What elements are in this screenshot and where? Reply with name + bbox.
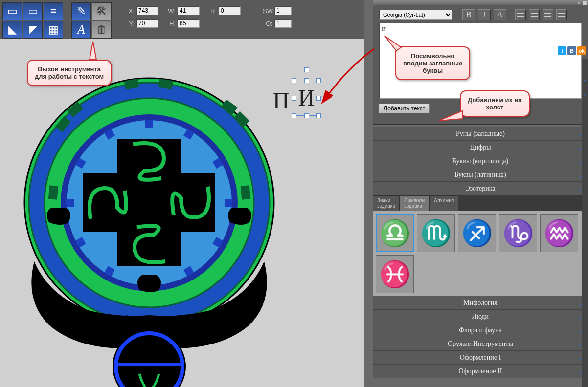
- callout-tool-pointer: [87, 39, 102, 61]
- cat-decor1[interactable]: Оформление I⌄: [373, 351, 588, 365]
- trash-icon: 🗑: [96, 23, 107, 36]
- ok-icon[interactable]: ok: [577, 46, 586, 55]
- svg-rect-10: [48, 185, 58, 199]
- tool-flip-h[interactable]: ◣: [2, 21, 22, 39]
- o-input[interactable]: [274, 19, 292, 28]
- canvas-text-i[interactable]: И: [294, 81, 318, 115]
- callout-add-pointer: [438, 110, 465, 125]
- right-scrollbar[interactable]: ⌄ ⌄: [582, 59, 588, 387]
- rect-icon: ▭: [28, 5, 38, 18]
- wrench-icon: 🛠: [96, 5, 107, 18]
- alignv-icon: ≡: [50, 5, 56, 18]
- align-center-button[interactable]: [529, 9, 540, 20]
- cat-people[interactable]: Люди⌄: [373, 310, 588, 323]
- emblem-artwork: [20, 51, 294, 387]
- o-label: O:: [263, 20, 272, 27]
- cat-esoteric[interactable]: Эзотерика⌄: [373, 182, 588, 195]
- cat-cyrillic[interactable]: Буквы (кириллица)⌄: [373, 154, 588, 168]
- symbol-capricorn[interactable]: ♑: [499, 214, 537, 252]
- tool-group-1: ▭ ▭ ≡ ◣ ◤ ▦: [2, 2, 63, 39]
- canvas-text-selection[interactable]: И: [294, 81, 318, 116]
- tool-colors[interactable]: ▦: [44, 21, 63, 39]
- y-label: Y:: [125, 20, 135, 27]
- symbol-pisces[interactable]: ♓: [376, 255, 414, 293]
- text-icon: A: [77, 22, 85, 37]
- tool-settings[interactable]: 🛠: [92, 2, 112, 20]
- r-label: R:: [207, 7, 217, 15]
- subtab-zodiac-signs[interactable]: Знаки зодиака: [373, 195, 400, 211]
- svg-rect-11: [241, 185, 250, 199]
- wand-icon: ✎: [77, 5, 86, 18]
- panel-min-icon[interactable]: ▫: [578, 0, 580, 6]
- svg-rect-14: [66, 199, 74, 207]
- vk-icon[interactable]: B: [567, 46, 576, 55]
- bold-button[interactable]: B: [462, 9, 475, 20]
- red-arrow: [320, 46, 379, 105]
- align-left-button[interactable]: [515, 9, 526, 20]
- x-input[interactable]: [136, 6, 158, 15]
- r-input[interactable]: [219, 6, 241, 15]
- italic-button[interactable]: I: [478, 9, 491, 20]
- callout-input: Посимвольно вводим заглавные буквы: [395, 46, 470, 80]
- social-bar: t B ok: [558, 46, 586, 55]
- panel-close-icon[interactable]: ⊠: [583, 0, 587, 6]
- symbol-grid: ♎ ♏ ♐ ♑ ♒ ♓: [373, 211, 588, 296]
- svg-rect-20: [225, 199, 232, 207]
- tool-text[interactable]: A: [71, 21, 91, 39]
- esoteric-subtabs: Знаки зодиака Символы зодиака Алхимия: [373, 195, 588, 211]
- symbol-libra[interactable]: ♎: [376, 214, 414, 252]
- callout-add: Добавляем их на холст: [460, 90, 530, 117]
- cat-latin[interactable]: Буквы (латиница)⌄: [373, 168, 588, 182]
- cat-runes[interactable]: Руны (западные)⌄: [373, 127, 588, 141]
- symbol-aquarius[interactable]: ♒: [540, 214, 578, 252]
- tool-trash[interactable]: 🗑: [92, 21, 112, 39]
- tool-align-2[interactable]: ▭: [23, 2, 43, 20]
- tool-and[interactable]: ✎: [71, 2, 91, 20]
- x-label: X:: [125, 7, 135, 15]
- palette-icon: ▦: [48, 23, 59, 36]
- cat-mythology[interactable]: Мифология⌄: [373, 296, 588, 310]
- tool-group-2: ✎ 🛠 A 🗑: [71, 2, 112, 39]
- align-right-button[interactable]: [543, 9, 553, 20]
- callout-input-pointer: [384, 35, 404, 52]
- font-select[interactable]: Georgia (Cyr-Lat): [379, 10, 452, 20]
- top-toolbar: ▭ ▭ ≡ ◣ ◤ ▦ ✎ 🛠 A 🗑 X: W: R: SW: Y: H: R…: [0, 0, 364, 39]
- h-label: H:: [166, 20, 176, 27]
- allcaps-button[interactable]: A: [494, 9, 506, 20]
- fliph-icon: ◣: [8, 23, 17, 36]
- callout-tool: Вызов инструмента для работы с текстом: [27, 60, 112, 86]
- category-panel: Руны (западные)⌄ Цифры⌄ Буквы (кириллица…: [373, 127, 588, 378]
- align-justify-button[interactable]: [556, 9, 567, 20]
- coord-panel: X: W: R: SW: Y: H: R: O:: [125, 2, 292, 28]
- twitter-icon[interactable]: t: [558, 46, 566, 55]
- panel-titlebar[interactable]: ▫ ⊠: [373, 0, 588, 5]
- y-input[interactable]: [136, 19, 158, 28]
- tool-align-1[interactable]: ▭: [2, 2, 22, 20]
- tool-flip-v[interactable]: ◤: [23, 21, 43, 39]
- tool-align-3[interactable]: ≡: [44, 2, 63, 20]
- w-input[interactable]: [178, 6, 200, 15]
- cat-digits[interactable]: Цифры⌄: [373, 141, 588, 154]
- flipv-icon: ◤: [29, 23, 37, 36]
- symbol-sagittarius[interactable]: ♐: [458, 214, 496, 252]
- sw-label: SW:: [263, 7, 272, 15]
- sw-input[interactable]: [274, 6, 292, 15]
- cat-decor2[interactable]: Оформление II⌄: [373, 365, 588, 378]
- add-text-button[interactable]: Добавить текст: [379, 104, 430, 113]
- subtab-alchemy[interactable]: Алхимия: [430, 195, 458, 211]
- subtab-zodiac-symbols[interactable]: Символы зодиака: [400, 195, 430, 211]
- w-label: W:: [166, 7, 176, 15]
- symbol-scorpio[interactable]: ♏: [417, 214, 455, 252]
- svg-rect-17: [145, 120, 153, 128]
- cat-flora[interactable]: Флора и фауна⌄: [373, 323, 588, 337]
- canvas[interactable]: П И: [0, 39, 364, 387]
- cat-weapons[interactable]: Оружие-Инструменты⌄: [373, 337, 588, 351]
- h-input[interactable]: [178, 19, 200, 28]
- rect-icon: ▭: [7, 5, 18, 18]
- canvas-text-p[interactable]: П: [273, 88, 289, 114]
